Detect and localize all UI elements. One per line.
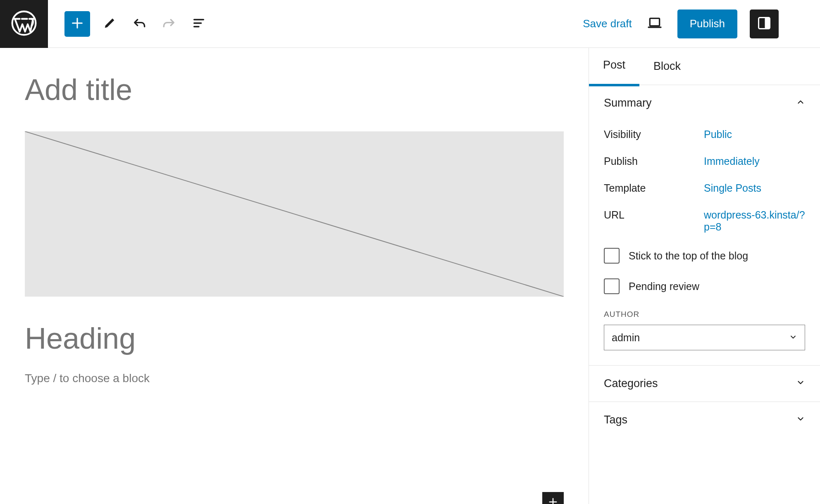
add-block-button[interactable] [64,11,90,37]
tags-panel-toggle[interactable]: Tags [589,402,820,438]
undo-button[interactable] [129,14,150,34]
editor-topbar: Save draft Publish [0,0,820,48]
heading-block[interactable]: Heading [25,321,564,355]
publish-label: Publish [604,155,704,167]
svg-rect-4 [650,18,659,26]
url-label: URL [604,209,704,233]
tab-post[interactable]: Post [589,48,639,86]
redo-icon [162,16,176,32]
chevron-down-icon [796,414,805,426]
tags-title: Tags [604,414,627,426]
summary-panel-toggle[interactable]: Summary [589,85,820,121]
template-value[interactable]: Single Posts [704,182,805,194]
image-block-placeholder[interactable] [25,131,564,297]
sidebar-tabs: Post Block [589,48,820,85]
toolbar-right: Save draft Publish [583,10,820,38]
sticky-label: Stick to the top of the blog [629,250,748,262]
publish-button[interactable]: Publish [677,10,737,38]
editor-canvas: Heading Type / to choose a block [0,48,589,504]
visibility-label: Visibility [604,128,704,140]
plus-icon [70,16,84,32]
chevron-down-icon [789,332,797,344]
chevron-up-icon [796,97,805,109]
close-sidebar-button[interactable] [794,58,810,75]
categories-title: Categories [604,377,658,390]
document-overview-button[interactable] [188,14,209,34]
chevron-down-icon [796,377,805,390]
sidebar-panel-icon [757,16,772,32]
pending-review-checkbox[interactable] [604,278,620,294]
toolbar-left [48,11,209,37]
inline-add-block-button[interactable] [542,492,564,504]
summary-panel: Summary Visibility Public Publish Immedi… [589,85,820,366]
template-label: Template [604,182,704,194]
edit-mode-button[interactable] [99,14,120,34]
list-icon [192,16,206,32]
author-heading: AUTHOR [604,310,805,319]
plus-icon [547,496,559,504]
pending-review-label: Pending review [629,281,699,292]
wordpress-logo-button[interactable] [0,0,48,48]
pencil-icon [102,16,117,32]
svg-line-10 [25,131,564,297]
url-value[interactable]: wordpress-63.kinsta/?p=8 [704,209,805,233]
save-draft-button[interactable]: Save draft [583,17,632,30]
laptop-icon [646,15,663,33]
categories-panel-toggle[interactable]: Categories [589,366,820,402]
summary-title: Summary [604,97,652,109]
redo-button[interactable] [159,14,179,34]
undo-icon [132,16,146,32]
options-menu-button[interactable] [791,14,808,34]
svg-rect-6 [765,17,770,29]
author-select[interactable]: admin [604,325,805,350]
settings-sidebar: Post Block Summary Visibility [589,48,820,504]
settings-sidebar-toggle[interactable] [750,10,779,38]
post-title-input[interactable] [25,73,564,107]
publish-value[interactable]: Immediately [704,155,805,167]
author-select-value: admin [612,332,640,344]
sticky-checkbox[interactable] [604,248,620,264]
visibility-value[interactable]: Public [704,128,805,140]
preview-button[interactable] [644,14,665,34]
paragraph-block[interactable]: Type / to choose a block [25,372,564,385]
wordpress-logo-icon [11,10,37,38]
categories-panel: Categories [589,366,820,402]
tags-panel: Tags [589,402,820,438]
tab-block[interactable]: Block [639,48,695,85]
